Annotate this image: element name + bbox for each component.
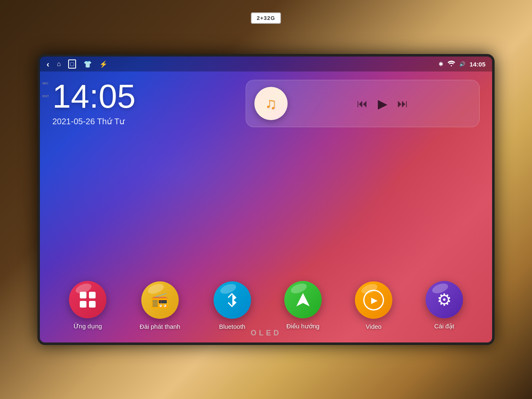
- grid-dot-1: [80, 292, 86, 298]
- home-nav-icon[interactable]: ⌂: [57, 60, 61, 68]
- bluetooth-icon: [224, 291, 241, 309]
- clock-time: 14:05: [52, 80, 233, 113]
- apps-grid-icon: [80, 292, 96, 308]
- bluetooth-status-icon: ✱: [438, 61, 443, 67]
- nav-icons: ‹ ⌂ □ 👕 ⚡: [47, 59, 438, 69]
- app-label-navigation: Điều hướng: [286, 323, 320, 330]
- main-content: 14:05 2021-05-26 Thứ Tư ♫ ⏮ ▶ ⏭: [40, 71, 492, 342]
- shirt-nav-icon[interactable]: 👕: [84, 60, 92, 68]
- navigation-icon: [294, 291, 312, 309]
- rst-label: RST: [42, 94, 49, 98]
- music-note-icon: ♫: [265, 95, 277, 113]
- radio-icon: 📻: [150, 291, 169, 309]
- app-circle-bluetooth[interactable]: [214, 281, 251, 319]
- svg-marker-0: [296, 293, 310, 306]
- status-time: 14:05: [470, 61, 485, 68]
- prev-button[interactable]: ⏮: [357, 97, 368, 110]
- app-item-navigation[interactable]: Điều hướng: [284, 281, 322, 330]
- usb-nav-icon[interactable]: ⚡: [99, 60, 108, 68]
- mic-label: MIC: [42, 81, 49, 85]
- side-labels: MIC RST: [42, 81, 49, 99]
- device-frame: MIC RST ‹ ⌂ □ 👕 ⚡ ✱: [37, 54, 495, 345]
- video-icon: ▶: [363, 290, 384, 310]
- app-label-radio: Đài phát thanh: [140, 323, 180, 330]
- app-circle-settings[interactable]: ⚙: [426, 281, 463, 318]
- app-label-settings: Cài đặt: [434, 323, 454, 330]
- app-circle-ung-dung[interactable]: [69, 281, 106, 318]
- grid-dot-4: [89, 301, 96, 308]
- music-player[interactable]: ♫ ⏮ ▶ ⏭: [246, 80, 480, 127]
- app-item-video[interactable]: ▶ Video: [355, 281, 392, 330]
- app-label-bluetooth: Bluetooth: [219, 323, 245, 330]
- screen: ‹ ⌂ □ 👕 ⚡ ✱ 🔊 14:: [40, 57, 492, 342]
- app-circle-radio[interactable]: 📻: [141, 281, 179, 319]
- clock-section: 14:05 2021-05-26 Thứ Tư: [52, 80, 233, 126]
- app-circle-navigation[interactable]: [284, 281, 322, 318]
- volume-status-icon: 🔊: [459, 61, 466, 67]
- settings-gear-icon: ⚙: [437, 290, 452, 309]
- back-nav-icon[interactable]: ‹: [47, 59, 49, 69]
- wifi-status-icon: [448, 61, 455, 68]
- brand-label: OLED: [251, 329, 281, 337]
- outer-background: 2+32G MIC RST ‹ ⌂ □ 👕 ⚡ ✱: [0, 0, 532, 399]
- app-item-bluetooth[interactable]: Bluetooth: [214, 281, 251, 330]
- play-button[interactable]: ▶: [378, 96, 387, 111]
- video-play-icon: ▶: [371, 295, 377, 305]
- grid-dot-3: [80, 301, 86, 308]
- app-item-settings[interactable]: ⚙ Cài đặt: [426, 281, 463, 330]
- music-controls: ⏮ ▶ ⏭: [294, 96, 471, 111]
- app-label-ung-dung: Ứng dụng: [74, 323, 102, 330]
- spec-label: 2+32G: [251, 12, 281, 24]
- app-item-radio[interactable]: 📻 Đài phát thanh: [140, 281, 180, 330]
- clock-date: 2021-05-26 Thứ Tư: [52, 116, 233, 126]
- grid-dot-2: [89, 292, 96, 298]
- music-icon-circle[interactable]: ♫: [254, 87, 288, 120]
- top-row: 14:05 2021-05-26 Thứ Tư ♫ ⏮ ▶ ⏭: [52, 80, 480, 127]
- app-label-video: Video: [366, 323, 382, 330]
- status-right: ✱ 🔊 14:05: [438, 61, 485, 68]
- app-item-ung-dung[interactable]: Ứng dụng: [69, 281, 106, 330]
- app-circle-video[interactable]: ▶: [355, 281, 392, 319]
- recents-nav-icon[interactable]: □: [68, 59, 76, 69]
- status-bar: ‹ ⌂ □ 👕 ⚡ ✱ 🔊 14:: [40, 57, 492, 71]
- next-button[interactable]: ⏭: [397, 97, 408, 110]
